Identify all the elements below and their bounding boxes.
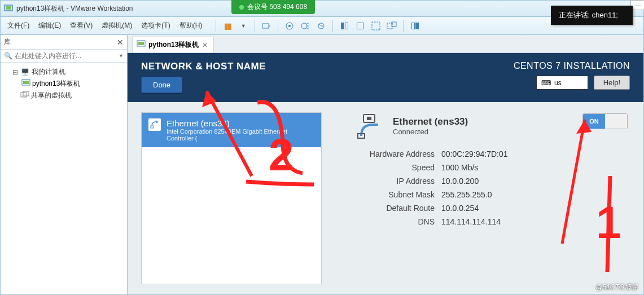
toggle-off-side bbox=[605, 114, 627, 129]
row-dns: DNS114.114.114.114 bbox=[356, 215, 613, 228]
toolbar-separator bbox=[216, 20, 216, 32]
network-detail-rows: Hardware Address00:0C:29:94:7D:01 Speed1… bbox=[356, 147, 613, 228]
content-area: python13样板机 ✕ NETWORK & HOST NAME Done C… bbox=[128, 35, 643, 294]
row-speed: Speed1000 Mb/s bbox=[356, 161, 613, 174]
toolbar-separator bbox=[278, 20, 278, 32]
network-detail-name: Ethernet (ens33) bbox=[393, 116, 468, 127]
presenter-label: 正在讲话: chen11; bbox=[559, 11, 619, 19]
vmware-icon bbox=[4, 4, 13, 13]
menubar: 文件(F) 编辑(E) 查看(V) 虚拟机(M) 选项卡(T) 帮助(H) ▮▮… bbox=[0, 17, 644, 35]
library-search-input[interactable] bbox=[15, 52, 116, 60]
view-mode-2[interactable] bbox=[353, 19, 367, 33]
send-keys-button[interactable] bbox=[260, 19, 273, 33]
view-mode-4[interactable] bbox=[385, 19, 398, 33]
menu-view[interactable]: 查看(V) bbox=[65, 19, 97, 33]
network-list-item[interactable]: Ethernet (ens33) Intel Corporation 82540… bbox=[142, 113, 321, 147]
tree-vm-item[interactable]: python13样板机 bbox=[3, 78, 125, 90]
row-mask: Subnet Mask255.255.255.0 bbox=[356, 188, 613, 201]
meeting-badge: 会议号 503 494 608 bbox=[231, 0, 315, 14]
revert-button[interactable] bbox=[314, 19, 328, 33]
library-title: 库 bbox=[4, 37, 11, 47]
keyboard-layout-label: us bbox=[554, 79, 562, 87]
installer-header: NETWORK & HOST NAME Done CENTOS 7 INSTAL… bbox=[128, 53, 643, 102]
svg-point-5 bbox=[301, 23, 307, 29]
search-dropdown-icon[interactable]: ▼ bbox=[119, 53, 124, 59]
snapshot-manage-button[interactable] bbox=[299, 19, 312, 33]
svg-rect-18 bbox=[367, 117, 371, 120]
library-sidebar: 库 ✕ 🔍 ▼ ⊟ 🖥️ 我的计算机 python13样板机 共享的虚拟机 bbox=[1, 35, 128, 294]
toggle-on-label: ON bbox=[583, 114, 605, 129]
row-route: Default Route10.0.0.254 bbox=[356, 201, 613, 215]
tree-shared-label: 共享的虚拟机 bbox=[31, 91, 72, 100]
menu-vm[interactable]: 虚拟机(M) bbox=[97, 19, 137, 33]
done-button[interactable]: Done bbox=[141, 77, 182, 93]
status-dot-icon bbox=[239, 5, 244, 10]
view-mode-3[interactable] bbox=[369, 19, 383, 33]
network-interface-list: Ethernet (ens33) Intel Corporation 82540… bbox=[141, 112, 322, 284]
unity-button[interactable] bbox=[408, 19, 422, 33]
search-icon: 🔍 bbox=[4, 52, 12, 60]
ethernet-icon bbox=[148, 118, 161, 131]
svg-point-4 bbox=[288, 25, 291, 27]
snapshot-button[interactable] bbox=[283, 19, 296, 33]
svg-rect-7 bbox=[372, 22, 380, 30]
vm-icon bbox=[22, 80, 30, 88]
network-item-subtitle: Intel Corporation 82540EM Gigabit Ethern… bbox=[167, 128, 316, 142]
menu-help[interactable]: 帮助(H) bbox=[175, 19, 207, 33]
vm-tab-icon bbox=[137, 41, 145, 49]
pause-button[interactable]: ▮▮ bbox=[221, 19, 234, 33]
library-tree: ⊟ 🖥️ 我的计算机 python13样板机 共享的虚拟机 bbox=[1, 63, 127, 105]
svg-rect-12 bbox=[21, 93, 27, 97]
help-button[interactable]: Help! bbox=[594, 76, 630, 90]
tree-vm-label: python13样板机 bbox=[32, 79, 80, 89]
meeting-label: 会议号 503 494 608 bbox=[247, 2, 307, 12]
tree-root-mycomputer[interactable]: ⊟ 🖥️ 我的计算机 bbox=[3, 66, 125, 78]
svg-rect-15 bbox=[138, 42, 144, 45]
network-item-title: Ethernet (ens33) bbox=[167, 118, 316, 128]
ethernet-large-icon bbox=[356, 112, 383, 139]
svg-rect-11 bbox=[23, 81, 29, 84]
network-detail-panel: ON Ethernet (ens33) Connected Hardware A… bbox=[322, 112, 630, 284]
svg-rect-13 bbox=[23, 91, 29, 96]
tree-shared-vms[interactable]: 共享的虚拟机 bbox=[3, 90, 125, 102]
toolbar-separator bbox=[332, 20, 333, 32]
network-toggle[interactable]: ON bbox=[582, 113, 628, 129]
vm-tab-label: python13样板机 bbox=[148, 40, 199, 50]
toolbar-dropdown[interactable]: ▼ bbox=[236, 19, 250, 33]
svg-rect-9 bbox=[392, 22, 396, 27]
watermark: @51CTO博客 bbox=[595, 283, 638, 292]
toolbar-separator bbox=[403, 20, 404, 32]
svg-rect-1 bbox=[6, 6, 11, 10]
installer-title: CENTOS 7 INSTALLATION bbox=[514, 61, 630, 71]
menu-tabs[interactable]: 选项卡(T) bbox=[137, 19, 174, 33]
tab-close-button[interactable]: ✕ bbox=[202, 41, 208, 49]
shared-icon bbox=[21, 91, 29, 100]
computer-icon: 🖥️ bbox=[21, 68, 29, 76]
view-mode-1[interactable] bbox=[338, 19, 351, 33]
installer-body: Ethernet (ens33) Intel Corporation 82540… bbox=[128, 102, 643, 294]
page-title: NETWORK & HOST NAME bbox=[141, 61, 266, 72]
presenter-badge: 正在讲话: chen11; bbox=[551, 6, 633, 25]
keyboard-layout-button[interactable]: ⌨ us bbox=[536, 76, 588, 90]
menu-file[interactable]: 文件(F) bbox=[3, 19, 34, 33]
menu-edit[interactable]: 编辑(E) bbox=[34, 19, 65, 33]
network-detail-status: Connected bbox=[393, 127, 468, 136]
svg-rect-2 bbox=[262, 24, 269, 28]
row-hwaddr: Hardware Address00:0C:29:94:7D:01 bbox=[356, 147, 613, 161]
keyboard-icon: ⌨ bbox=[541, 79, 551, 87]
window-title: python13样板机 - VMware Workstation bbox=[16, 4, 133, 14]
titlebar: python13样板机 - VMware Workstation — bbox=[0, 0, 644, 17]
row-ip: IP Address10.0.0.200 bbox=[356, 174, 613, 188]
tree-root-label: 我的计算机 bbox=[32, 67, 65, 77]
tab-bar: python13样板机 ✕ bbox=[128, 35, 643, 53]
vm-tab[interactable]: python13样板机 ✕ bbox=[132, 37, 214, 52]
close-sidebar-button[interactable]: ✕ bbox=[117, 38, 124, 47]
toolbar-separator bbox=[255, 20, 255, 32]
